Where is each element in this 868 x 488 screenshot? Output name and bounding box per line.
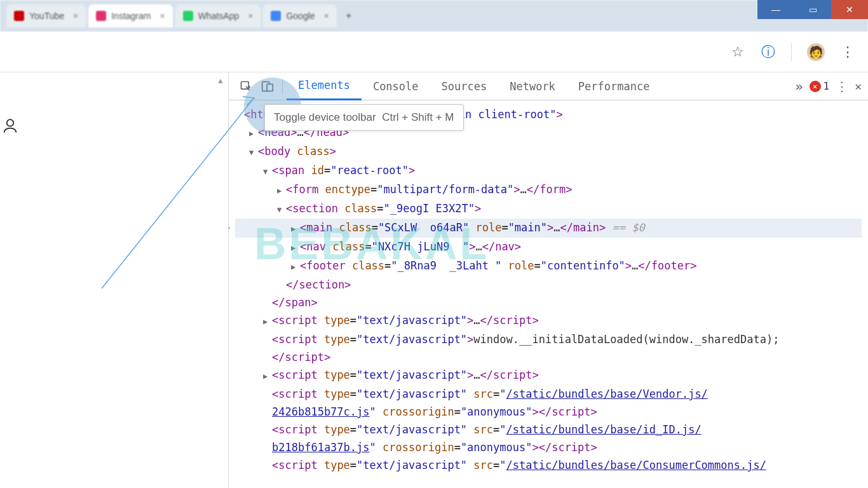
- error-count: 1: [824, 80, 830, 92]
- devtools-tabbar: Elements Console Sources Network Perform…: [229, 72, 868, 100]
- tooltip-label: Toggle device toolbar: [274, 111, 376, 123]
- tab-close-icon[interactable]: ×: [73, 11, 78, 21]
- profile-avatar[interactable]: 🧑: [807, 43, 825, 61]
- browser-tab[interactable]: YouTube ×: [6, 4, 86, 27]
- new-tab-button[interactable]: +: [339, 6, 358, 25]
- svg-point-0: [7, 119, 14, 126]
- instagram-favicon: [96, 11, 106, 21]
- divider: [282, 79, 283, 94]
- tab-title: Instagram: [111, 11, 151, 21]
- tooltip-shortcut: Ctrl + Shift + M: [382, 111, 454, 123]
- window-minimize-button[interactable]: —: [757, 0, 794, 19]
- google-favicon: [271, 11, 281, 21]
- youtube-favicon: [14, 11, 24, 21]
- browser-toolbar: ☆ ⓘ 🧑 ⋮: [0, 32, 868, 72]
- devtools-tab-performance[interactable]: Performance: [567, 72, 661, 100]
- browser-tab[interactable]: WhatsApp ×: [175, 4, 261, 27]
- tab-title: YouTube: [29, 11, 64, 21]
- browser-tabstrip: YouTube × Instagram × WhatsApp × Google …: [0, 0, 868, 32]
- devtools-tab-elements[interactable]: Elements: [287, 72, 362, 100]
- browser-tab[interactable]: Instagram ×: [88, 4, 172, 27]
- tab-close-icon[interactable]: ×: [159, 11, 165, 21]
- extension-icon[interactable]: ⓘ: [761, 44, 776, 60]
- error-count-badge[interactable]: ✕ 1: [810, 80, 830, 92]
- window-close-button[interactable]: ✕: [831, 0, 868, 19]
- error-icon: ✕: [810, 81, 821, 92]
- toggle-device-toolbar-icon[interactable]: [257, 76, 278, 97]
- scroll-up-icon[interactable]: ▲: [217, 76, 224, 85]
- browser-tab[interactable]: Google ×: [263, 4, 336, 27]
- devtools-settings-icon[interactable]: ⋮: [836, 79, 848, 94]
- profile-outline-icon: [1, 117, 19, 135]
- tooltip: Toggle device toolbar Ctrl + Shift + M: [264, 104, 464, 131]
- devtools-close-icon[interactable]: ✕: [855, 79, 862, 93]
- devtools-tab-sources[interactable]: Sources: [430, 72, 499, 100]
- inspect-element-icon[interactable]: [235, 76, 257, 97]
- elements-dom-tree[interactable]: <html lang="id" class="js logged-in clie…: [229, 100, 868, 479]
- svg-rect-4: [267, 84, 273, 91]
- tab-title: Google: [286, 11, 315, 21]
- tab-title: WhatsApp: [198, 11, 240, 21]
- bookmark-star-icon[interactable]: ☆: [730, 44, 745, 60]
- selected-element-row[interactable]: <main class="SCxLW o64aR" role="main">…<…: [235, 219, 862, 238]
- window-maximize-button[interactable]: ▭: [794, 0, 831, 19]
- chrome-menu-icon[interactable]: ⋮: [840, 44, 855, 60]
- devtools-more-tabs-icon[interactable]: »: [795, 79, 803, 94]
- whatsapp-favicon: [183, 11, 193, 21]
- divider: [791, 43, 792, 61]
- tab-close-icon[interactable]: ×: [324, 11, 329, 21]
- devtools-panel: Elements Console Sources Network Perform…: [229, 72, 868, 488]
- tab-close-icon[interactable]: ×: [248, 11, 253, 21]
- page-content-pane: ▲: [0, 72, 229, 488]
- devtools-tab-console[interactable]: Console: [362, 72, 430, 100]
- devtools-tab-network[interactable]: Network: [498, 72, 567, 100]
